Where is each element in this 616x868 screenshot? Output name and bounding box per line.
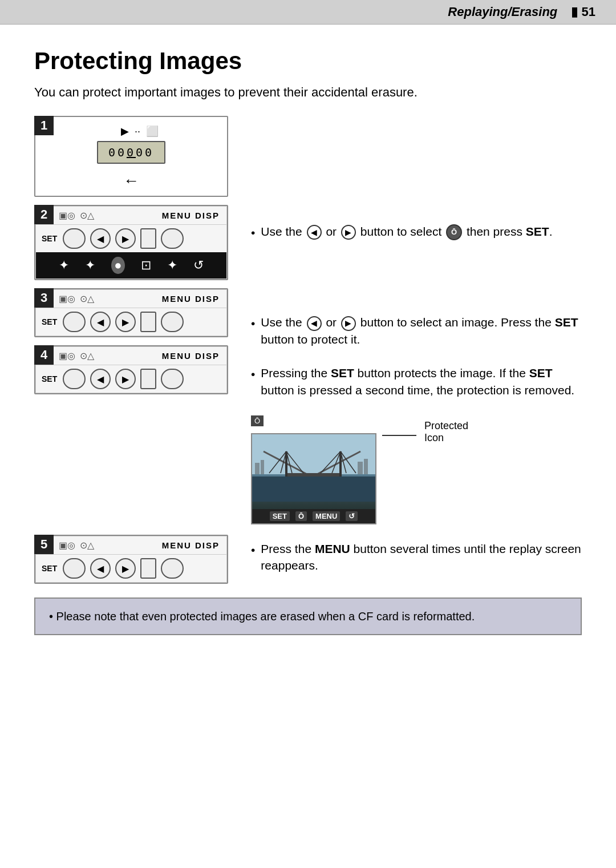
menu-item-3-selected: ● [111, 257, 124, 274]
photo-tb-menu: MENU [313, 511, 340, 521]
menu-disp-3: MENU DISP [162, 294, 220, 304]
header-bar: Replaying/Erasing ▮ 51 [0, 0, 616, 25]
bullet-dot-4b: • [251, 366, 255, 398]
btn-bracket-3[interactable] [63, 312, 86, 332]
page-title: Protecting Images [34, 47, 582, 75]
lcd-screen: 00000 [97, 141, 165, 164]
menu-bold-5: MENU [315, 542, 350, 555]
arrow-left-icon: ← [123, 172, 139, 190]
set-text-2: SET [526, 225, 549, 238]
btn-oval-2[interactable] [161, 228, 184, 249]
dots-icon: ·· [135, 126, 140, 138]
set-bold-4a: SET [555, 316, 578, 329]
btn-left-5[interactable]: ◀ [90, 558, 111, 579]
set-bold-4b2: SET [529, 366, 553, 380]
protected-callout: Ō [251, 415, 582, 524]
protect-key-icon: Ō [446, 224, 462, 240]
camera-icon: ⬜ [146, 125, 159, 138]
bullet-dot-4a: • [251, 315, 255, 348]
steps-layout: 1 ▶ ·· ⬜ 00000 ← 2 [34, 116, 582, 524]
svg-rect-17 [358, 462, 363, 474]
btn-right-3[interactable]: ▶ [115, 312, 136, 332]
step-5-right: • Press the MENU button several times un… [251, 535, 582, 584]
note-box: • Please note that even protected images… [34, 597, 582, 635]
step-2-controls: ⚡ ▣◎ ⊙△ MENU DISP SET ◀ ▶ [35, 206, 227, 279]
scene-icon-4: ⊙△ [80, 350, 94, 361]
btn-bracket-4[interactable] [63, 369, 86, 389]
step-5-box: 5 ⚡ ▣◎ ⊙△ MENU DISP SET [34, 535, 228, 584]
btn-left-4[interactable]: ◀ [90, 369, 111, 389]
scene-icon-3: ⊙△ [80, 293, 94, 304]
step-1-box: 1 ▶ ·· ⬜ 00000 ← [34, 116, 228, 197]
step-3-controls: ⚡ ▣◎ ⊙△ MENU DISP SET ◀ ▶ [35, 289, 227, 336]
set-label-2: SET [42, 234, 57, 243]
btn-left-2[interactable]: ◀ [90, 228, 111, 249]
menu-item-5: ✦ [167, 258, 177, 273]
spacer-1 [251, 122, 582, 213]
btn-oval-3[interactable] [161, 312, 184, 332]
step-5-number: 5 [34, 535, 54, 554]
btn-right-4[interactable]: ▶ [115, 369, 136, 389]
header-page: ▮ 51 [568, 5, 595, 19]
intro-text: You can protect important images to prev… [34, 85, 582, 100]
play-icon: ▶ [121, 125, 129, 138]
step-5-buttons: SET ◀ ▶ [36, 555, 226, 582]
step-5-text: Press the MENU button several times unti… [261, 540, 582, 574]
step-2-top-bar: ⚡ ▣◎ ⊙△ MENU DISP [36, 207, 226, 225]
scene-icon-5: ⊙△ [80, 540, 94, 551]
btn-right-2[interactable]: ▶ [115, 228, 136, 249]
step-5-left: 5 ⚡ ▣◎ ⊙△ MENU DISP SET [34, 535, 228, 584]
step-3-number: 3 [34, 288, 54, 308]
img-icon-3: ▣◎ [59, 293, 75, 304]
step-3-buttons: SET ◀ ▶ [36, 308, 226, 336]
step-4-controls: ⚡ ▣◎ ⊙△ MENU DISP SET ◀ ▶ [35, 346, 227, 393]
bridge-svg [252, 434, 375, 502]
step-4-box: 4 ⚡ ▣◎ ⊙△ MENU DISP SET [34, 345, 228, 394]
btn-left-3[interactable]: ◀ [90, 312, 111, 332]
btn-bracket-5[interactable] [63, 558, 86, 579]
menu-disp-4: MENU DISP [162, 351, 220, 361]
btn-rect-4[interactable] [140, 369, 156, 389]
menu-item-6: ↺ [193, 258, 204, 273]
step-2-buttons: SET ◀ ▶ [36, 225, 226, 252]
right-col: • Use the ◀ or ▶ button to select Ō the… [251, 116, 582, 524]
step-4-bullet-1: • Use the ◀ or ▶ button to select an ima… [251, 314, 582, 348]
btn-oval-4[interactable] [161, 369, 184, 389]
right-btn-icon-4: ▶ [341, 316, 356, 331]
btn-rect-3[interactable] [140, 312, 156, 332]
right-btn-icon: ▶ [341, 225, 356, 240]
btn-right-5[interactable]: ▶ [115, 558, 136, 579]
spacer-3 [251, 258, 582, 304]
menu-disp-label: MENU DISP [162, 211, 220, 220]
svg-rect-3 [286, 473, 341, 477]
left-btn-icon: ◀ [307, 225, 322, 240]
step-2-menu-bar: ✦ ✦ ● ⊡ ✦ ↺ [36, 252, 226, 278]
step-4-buttons: SET ◀ ▶ [36, 365, 226, 393]
btn-rect-5[interactable] [140, 558, 156, 579]
step-4-number: 4 [34, 345, 54, 365]
step-4-bullet-2: • Pressing the SET button protects the i… [251, 365, 582, 398]
step-2-bullet: • Use the ◀ or ▶ button to select Ō the… [251, 223, 582, 241]
menu-item-1: ✦ [59, 258, 69, 273]
step-5-bullet: • Press the MENU button several times un… [251, 540, 582, 574]
content: Protecting Images You can protect import… [0, 25, 616, 658]
svg-rect-14 [252, 477, 375, 502]
btn-oval-5[interactable] [161, 558, 184, 579]
img-icon: ▣◎ [59, 210, 75, 221]
set-bold-4b1: SET [331, 366, 354, 380]
menu-item-4: ⊡ [141, 258, 151, 273]
btn-rect-2[interactable] [140, 228, 156, 249]
img-icon-5: ▣◎ [59, 540, 75, 551]
step-4-text-1: Use the ◀ or ▶ button to select an image… [261, 314, 582, 348]
left-steps: 1 ▶ ·· ⬜ 00000 ← 2 [34, 116, 228, 524]
btn-bracket-2[interactable] [63, 228, 86, 249]
step-5-top-bar: ⚡ ▣◎ ⊙△ MENU DISP [36, 536, 226, 555]
img-icon-4: ▣◎ [59, 350, 75, 361]
svg-rect-18 [364, 459, 368, 474]
bullet-dot-2: • [251, 224, 255, 241]
bullet-dot-5: • [251, 542, 255, 574]
scene-icon: ⊙△ [80, 210, 94, 221]
bridge-photo: SET Ō MENU ↺ [251, 433, 376, 524]
svg-rect-15 [255, 463, 260, 474]
menu-disp-5: MENU DISP [162, 540, 220, 550]
